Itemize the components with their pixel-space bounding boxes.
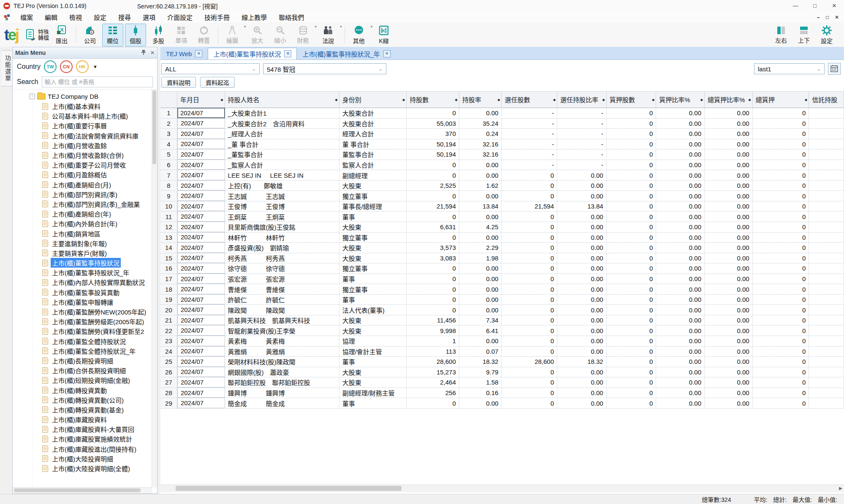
table-cell[interactable]: 0 xyxy=(607,284,657,294)
table-cell[interactable]: 0 xyxy=(753,139,809,149)
table-cell[interactable]: 0 xyxy=(407,295,459,305)
table-cell[interactable]: 0.00 xyxy=(459,108,502,118)
table-cell[interactable]: 0.00 xyxy=(656,274,705,284)
table-row[interactable]: 22024/07_大股東合計2 含沿用資料大股東合計55,00335.24--0… xyxy=(160,119,844,129)
tree-item[interactable]: 上市(櫃)重要行事曆 xyxy=(13,121,152,130)
table-row[interactable]: 142024/07彥盛投資(股) 劉婧瑜大股東3,5732.2900.0000.… xyxy=(160,243,844,253)
table-cell[interactable]: 大股東合計 xyxy=(339,119,407,129)
table-cell[interactable]: 0 xyxy=(607,377,657,387)
row-number-cell[interactable]: 4 xyxy=(160,139,177,149)
table-cell[interactable]: 256 xyxy=(407,388,459,398)
table-cell[interactable]: 1.98 xyxy=(459,253,502,263)
table-cell[interactable]: 0.00 xyxy=(705,315,753,325)
table-cell[interactable] xyxy=(809,315,844,325)
table-cell[interactable]: 0 xyxy=(607,388,657,398)
toolbar-button-settings[interactable]: 設定 xyxy=(816,24,837,46)
panel-splitter[interactable] xyxy=(157,47,160,494)
table-cell[interactable]: 彥盛投資(股) 劉婧瑜 xyxy=(225,243,339,253)
table-cell[interactable]: 0.00 xyxy=(459,170,502,180)
table-cell[interactable]: 0 xyxy=(753,336,809,346)
table-row[interactable]: 152024/07柯秀燕 柯秀燕大股東3,0831.9800.0000.000.… xyxy=(160,253,844,264)
table-cell[interactable]: 副總經理/財務主管 xyxy=(339,388,407,398)
table-cell[interactable] xyxy=(809,201,844,211)
tree-item[interactable]: 上市(櫃)董監全體持股狀況_年 xyxy=(13,346,152,356)
chevron-down-icon[interactable]: ▾ xyxy=(371,24,373,29)
sort-icon[interactable]: ◆ xyxy=(652,98,654,102)
table-cell[interactable]: 0 xyxy=(607,336,657,346)
table-cell[interactable]: _監察人合計 xyxy=(225,160,339,170)
table-cell[interactable]: 0 xyxy=(502,222,557,232)
row-number-cell[interactable]: 9 xyxy=(160,191,177,201)
table-cell[interactable]: 協理/會計主管 xyxy=(339,347,407,357)
table-cell[interactable]: 0.00 xyxy=(705,388,753,398)
table-cell[interactable] xyxy=(809,243,844,253)
table-cell[interactable]: 王俊博 王俊博 xyxy=(225,201,339,211)
table-cell[interactable]: 簡金成 簡金成 xyxy=(225,398,339,408)
table-cell[interactable]: 0.00 xyxy=(656,119,705,129)
table-cell[interactable]: 21,594 xyxy=(502,201,557,211)
table-cell[interactable]: 0 xyxy=(407,108,459,118)
row-number-cell[interactable]: 5 xyxy=(160,149,177,160)
table-horizontal-scrollbar[interactable]: ▶ xyxy=(160,485,844,492)
table-cell[interactable]: 2024/07 xyxy=(177,242,225,253)
table-cell[interactable] xyxy=(809,325,844,336)
table-cell[interactable]: 徐守德 徐守德 xyxy=(225,263,339,274)
table-cell[interactable]: 0.00 xyxy=(656,222,705,232)
table-cell[interactable]: 0 xyxy=(607,263,657,274)
table-cell[interactable]: 2024/07 xyxy=(177,232,225,243)
table-cell[interactable]: 0.00 xyxy=(656,201,705,211)
table-cell[interactable]: 0 xyxy=(753,181,809,191)
tree-item[interactable]: 主要銷貨客戶(財報) xyxy=(13,248,152,258)
tree-item[interactable]: 上市(櫃)董監全體持股狀況 xyxy=(13,336,152,346)
tree-item[interactable]: 上市(櫃)法說會開會資訊資料庫 xyxy=(13,131,152,141)
tree-item[interactable]: 上市(櫃)董監事持股狀況 xyxy=(13,258,152,268)
table-cell[interactable]: 0.00 xyxy=(656,295,705,305)
table-row[interactable]: 182024/07曹維傑 曹維傑獨立董事00.0000.0000.000.000 xyxy=(160,284,844,295)
table-cell[interactable]: 0 xyxy=(753,222,809,232)
table-cell[interactable]: 2024/07 xyxy=(177,170,225,180)
table-cell[interactable]: _董 事合計 xyxy=(225,139,339,149)
table-cell[interactable]: 大股東 xyxy=(339,367,407,377)
table-row[interactable]: 32024/07_經理人合計經理人合計3700.24--00.000.000 xyxy=(160,129,844,139)
table-cell[interactable]: 0.00 xyxy=(656,233,705,243)
table-cell[interactable]: 0.00 xyxy=(459,295,502,305)
table-cell[interactable]: 0.00 xyxy=(705,129,753,139)
table-cell[interactable]: 0 xyxy=(753,295,809,305)
row-number-cell[interactable]: 6 xyxy=(160,160,177,170)
table-cell[interactable]: 董事 xyxy=(339,274,407,284)
tree-item[interactable]: 上市(櫃)庫藏股資料-大量買回 xyxy=(13,424,152,434)
table-cell[interactable]: 55,003 xyxy=(407,119,459,129)
table-cell[interactable]: 2024/07 xyxy=(177,356,225,367)
table-cell[interactable]: 0 xyxy=(502,347,557,357)
table-cell[interactable]: 0 xyxy=(607,160,657,170)
table-cell[interactable]: 0.00 xyxy=(459,284,502,294)
table-cell[interactable]: 0.00 xyxy=(557,233,607,243)
table-row[interactable]: 242024/07黃雅絹 黃雅絹協理/會計主管1130.0700.0000.00… xyxy=(160,347,844,357)
maximize-icon[interactable]: □ xyxy=(805,0,825,11)
tree-item[interactable]: 上市(櫃)庫藏股資料 xyxy=(13,415,152,424)
table-cell[interactable]: 0.00 xyxy=(705,119,753,129)
table-cell[interactable]: 榮剛材料科技(股)陳政聞 xyxy=(225,357,339,367)
table-cell[interactable]: 法人代表(董事) xyxy=(339,305,407,315)
table-cell[interactable]: 2024/07 xyxy=(177,222,225,232)
row-number-cell[interactable]: 20 xyxy=(160,305,177,315)
chevron-down-icon[interactable]: ▾ xyxy=(244,24,246,29)
row-number-cell[interactable]: 22 xyxy=(160,325,177,336)
table-cell[interactable]: 9.79 xyxy=(459,367,502,377)
table-row[interactable]: 102024/07王俊博 王俊博董事長/總經理21,59413.8421,594… xyxy=(160,201,844,212)
tree-item[interactable]: 上市(櫃)庫藏股實施績效統計 xyxy=(13,434,152,444)
table-cell[interactable]: 協理 xyxy=(339,336,407,346)
table-cell[interactable]: 0 xyxy=(607,149,657,160)
sort-icon[interactable]: ◆ xyxy=(805,98,807,102)
tree-item[interactable]: 上市(櫃)大陸投資明細 xyxy=(13,454,152,463)
sort-icon[interactable]: ◆ xyxy=(602,98,605,102)
toolbar-button-fields[interactable]: 欄位 xyxy=(102,24,123,46)
table-cell[interactable]: 大股東 xyxy=(339,315,407,325)
table-cell[interactable]: 0 xyxy=(753,377,809,387)
table-cell[interactable]: 0.00 xyxy=(656,139,705,149)
row-number-cell[interactable]: 14 xyxy=(160,243,177,253)
row-number-cell[interactable]: 15 xyxy=(160,253,177,263)
table-cell[interactable]: 2024/07 xyxy=(177,263,225,274)
pin-icon[interactable] xyxy=(141,49,146,57)
table-cell[interactable]: 鍾興博 鍾興博 xyxy=(225,388,339,398)
